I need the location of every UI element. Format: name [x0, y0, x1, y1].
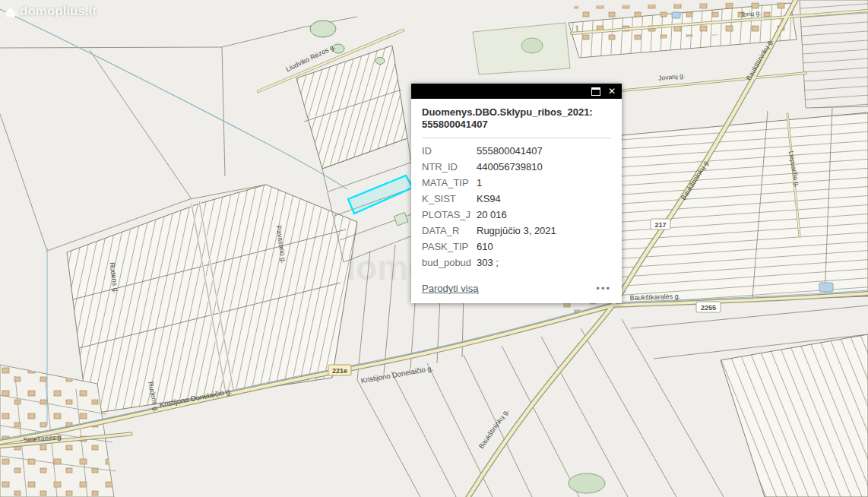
- road-shield: 221e: [328, 365, 351, 375]
- popup-footer: Parodyti visą •••: [422, 283, 611, 294]
- field-value: Rugpjūčio 3, 2021: [477, 223, 556, 239]
- popup-header: ✕: [411, 84, 622, 99]
- field-label: ID: [422, 143, 477, 159]
- field-value: KS94: [477, 191, 501, 207]
- more-options-icon[interactable]: •••: [596, 283, 611, 293]
- table-row: NTR_ID 440056739810: [422, 159, 611, 175]
- field-label: MATA_TIP: [422, 175, 477, 191]
- field-label: DATA_R: [422, 223, 477, 239]
- field-label: NTR_ID: [422, 159, 477, 175]
- popup-separator: [422, 138, 611, 138]
- show-all-link[interactable]: Parodyti visą: [422, 283, 478, 294]
- table-row: PLOTAS_J 20 016: [422, 207, 611, 223]
- parcel-strips-right: [613, 108, 868, 304]
- field-label: K_SIST: [422, 191, 477, 207]
- field-label: bud_pobud: [422, 255, 477, 271]
- field-label: PASK_TIP: [422, 239, 477, 255]
- table-row: DATA_R Rugpjūčio 3, 2021: [422, 223, 611, 239]
- maximize-icon[interactable]: [591, 87, 600, 96]
- popup-title-line1: Duomenys.DBO.Sklypu_ribos_2021:: [422, 106, 611, 119]
- wooded-parcel: [473, 23, 570, 74]
- house-icon: [5, 5, 17, 17]
- site-watermark: domoplius.lt: [5, 4, 97, 19]
- feature-popup: ✕ Duomenys.DBO.Sklypu_ribos_2021: 555800…: [411, 84, 622, 303]
- field-value: 610: [477, 239, 493, 255]
- field-value: 555800041407: [477, 143, 543, 159]
- map-viewer: domoplius.lt: [0, 0, 868, 497]
- popup-title: Duomenys.DBO.Sklypu_ribos_2021: 55580004…: [422, 106, 611, 131]
- svg-text:2255: 2255: [701, 304, 716, 312]
- watermark-text: domoplius.lt: [20, 4, 97, 19]
- popup-body: Duomenys.DBO.Sklypu_ribos_2021: 55580004…: [411, 99, 622, 303]
- field-value: 1: [477, 175, 482, 191]
- close-icon[interactable]: ✕: [608, 87, 616, 96]
- svg-text:221e: 221e: [332, 367, 347, 375]
- field-value: 303 ;: [477, 255, 499, 271]
- svg-text:217: 217: [654, 221, 666, 229]
- table-row: bud_pobud 303 ;: [422, 255, 611, 271]
- field-value: 20 016: [477, 207, 507, 223]
- table-row: MATA_TIP 1: [422, 175, 611, 191]
- road-shield: 2255: [696, 302, 721, 312]
- road-shield: 217: [651, 219, 670, 230]
- table-row: ID 555800041407: [422, 143, 611, 159]
- popup-title-line2: 555800041407: [422, 119, 611, 131]
- table-row: K_SIST KS94: [422, 191, 611, 207]
- field-label: PLOTAS_J: [422, 207, 477, 223]
- field-value: 440056739810: [477, 159, 543, 175]
- table-row: PASK_TIP 610: [422, 239, 611, 255]
